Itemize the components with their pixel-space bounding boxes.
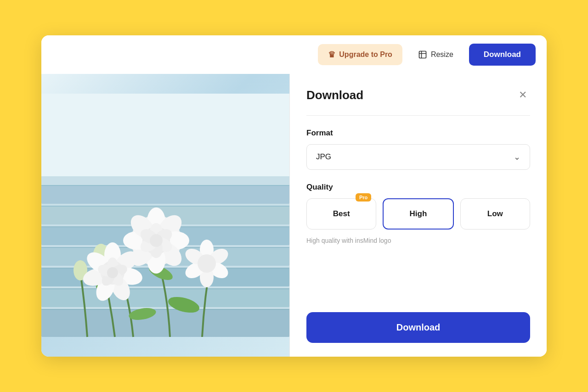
flower-svg (41, 74, 289, 357)
upgrade-to-pro-button[interactable]: ♛ Upgrade to Pro (318, 44, 402, 65)
quality-high-label: High (410, 209, 427, 218)
upgrade-label: Upgrade to Pro (339, 50, 392, 59)
quality-buttons: Pro Best High Low (306, 198, 530, 230)
download-panel: Download ✕ Format JPG ⌄ Quality Pro Best (289, 74, 547, 357)
svg-rect-3 (41, 185, 289, 204)
close-button[interactable]: ✕ (515, 88, 530, 102)
svg-point-59 (198, 254, 216, 273)
quality-label: Quality (306, 183, 530, 192)
pro-badge: Pro (356, 193, 371, 202)
flower-image (41, 74, 289, 357)
download-main-button[interactable]: Download (306, 312, 530, 343)
top-bar: ♛ Upgrade to Pro Resize Download (41, 35, 547, 74)
chevron-down-icon: ⌄ (514, 152, 520, 162)
close-icon: ✕ (519, 89, 527, 101)
svg-point-52 (107, 267, 118, 278)
quality-high-button[interactable]: High (383, 198, 453, 230)
panel-header: Download ✕ (306, 88, 530, 102)
quality-description: High quality with insMind logo (306, 237, 530, 244)
svg-rect-0 (419, 51, 426, 58)
svg-rect-9 (41, 309, 289, 337)
format-selected-value: JPG (316, 152, 331, 162)
resize-label: Resize (431, 50, 453, 59)
main-content: Download ✕ Format JPG ⌄ Quality Pro Best (41, 74, 547, 357)
format-label: Format (306, 129, 530, 138)
quality-low-button[interactable]: Low (460, 198, 530, 230)
resize-button[interactable]: Resize (408, 45, 464, 65)
quality-low-label: Low (487, 209, 503, 218)
quality-best-button[interactable]: Pro Best (306, 198, 376, 230)
format-dropdown[interactable]: JPG ⌄ (306, 144, 530, 170)
quality-best-label: Best (333, 209, 350, 218)
panel-divider (306, 115, 530, 116)
panel-title: Download (306, 88, 363, 102)
image-area (41, 74, 289, 357)
resize-icon (418, 50, 427, 59)
download-main-label: Download (396, 322, 441, 332)
crown-icon: ♛ (328, 50, 335, 60)
download-top-button[interactable]: Download (469, 44, 536, 66)
svg-rect-2 (41, 94, 289, 176)
svg-point-38 (150, 234, 163, 247)
app-container: ♛ Upgrade to Pro Resize Download (41, 35, 547, 357)
